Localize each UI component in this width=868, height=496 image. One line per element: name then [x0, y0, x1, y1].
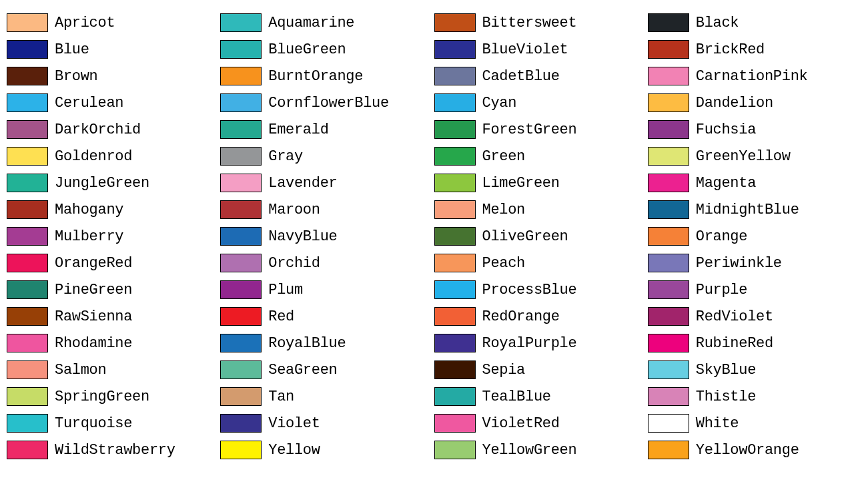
color-item: Cyan	[434, 93, 648, 112]
color-swatch	[648, 120, 689, 139]
color-item: Maroon	[220, 200, 434, 219]
color-item: OliveGreen	[434, 227, 648, 246]
color-swatch	[434, 147, 476, 166]
color-swatch	[434, 200, 476, 219]
color-label: SpringGreen	[55, 389, 149, 405]
color-swatch	[648, 387, 689, 406]
color-label: RubineRed	[696, 335, 773, 352]
color-item: RedViolet	[648, 307, 861, 326]
color-swatch	[7, 254, 48, 272]
color-swatch	[7, 200, 48, 219]
color-item: BurntOrange	[220, 67, 434, 85]
color-swatch	[7, 441, 48, 459]
color-label: RoyalBlue	[268, 335, 346, 352]
color-label: NavyBlue	[268, 228, 337, 245]
color-label: Black	[696, 15, 739, 31]
color-swatch	[434, 441, 476, 459]
color-label: BrickRed	[696, 41, 765, 58]
color-swatch	[434, 360, 476, 379]
color-label: Melon	[482, 202, 526, 218]
color-label: ForestGreen	[482, 121, 577, 138]
color-item: JungleGreen	[7, 174, 220, 192]
color-label: YellowOrange	[696, 442, 799, 459]
color-swatch	[220, 13, 262, 32]
color-item: Fuchsia	[648, 120, 861, 139]
color-label: SeaGreen	[268, 362, 337, 379]
color-label: OrangeRed	[55, 255, 132, 272]
color-item: Bittersweet	[434, 13, 648, 32]
color-swatch	[7, 120, 48, 139]
color-item: Yellow	[220, 441, 434, 459]
color-item: DarkOrchid	[7, 120, 220, 139]
color-label: RawSienna	[55, 308, 132, 325]
color-item: Black	[648, 13, 861, 32]
color-item: Plum	[220, 280, 434, 299]
color-label: RedViolet	[696, 308, 773, 325]
color-item: PineGreen	[7, 280, 220, 299]
color-label: Dandelion	[696, 95, 773, 111]
color-item: Orange	[648, 227, 861, 246]
color-label: GreenYellow	[696, 148, 791, 165]
color-label: Emerald	[268, 121, 328, 138]
color-swatch	[648, 414, 689, 433]
color-label: Green	[482, 148, 526, 165]
color-swatch	[434, 67, 476, 85]
color-item: Apricot	[7, 13, 220, 32]
color-swatch	[220, 441, 262, 459]
color-swatch	[220, 174, 262, 192]
color-label: RoyalPurple	[482, 335, 577, 352]
color-item: BlueGreen	[220, 40, 434, 59]
color-swatch	[648, 334, 689, 352]
color-label: MidnightBlue	[696, 202, 799, 218]
color-item: Purple	[648, 280, 861, 299]
color-label: Orange	[696, 228, 747, 245]
color-label: CarnationPink	[696, 68, 808, 85]
color-label: Aquamarine	[268, 15, 354, 31]
color-item: Turquoise	[7, 414, 220, 433]
color-label: Salmon	[55, 362, 106, 379]
color-label: CadetBlue	[482, 68, 560, 85]
color-swatch	[7, 414, 48, 433]
color-item: Magenta	[648, 174, 861, 192]
color-label: TealBlue	[482, 389, 551, 405]
color-item: Sepia	[434, 360, 648, 379]
color-swatch	[7, 227, 48, 246]
color-item: LimeGreen	[434, 174, 648, 192]
color-label: OliveGreen	[482, 228, 568, 245]
color-label: Thistle	[696, 389, 756, 405]
color-item: Dandelion	[648, 93, 861, 112]
color-label: BlueGreen	[268, 41, 346, 58]
color-label: Cyan	[482, 95, 517, 111]
color-swatch	[434, 387, 476, 406]
color-label: Brown	[55, 68, 98, 85]
color-swatch	[220, 307, 262, 326]
color-swatch-grid: ApricotBlueBrownCeruleanDarkOrchidGolden…	[7, 13, 861, 459]
color-swatch	[7, 40, 48, 59]
color-item: Mahogany	[7, 200, 220, 219]
color-item: SkyBlue	[648, 360, 861, 379]
color-swatch	[220, 227, 262, 246]
color-item: RoyalBlue	[220, 334, 434, 352]
color-swatch	[220, 93, 262, 112]
color-label: Rhodamine	[55, 335, 132, 352]
color-swatch	[7, 13, 48, 32]
color-label: Apricot	[55, 15, 115, 31]
color-swatch	[7, 360, 48, 379]
color-item: CornflowerBlue	[220, 93, 434, 112]
color-label: Mulberry	[55, 228, 123, 245]
color-swatch	[7, 280, 48, 299]
color-label: CornflowerBlue	[268, 95, 389, 111]
color-swatch	[648, 200, 689, 219]
color-swatch	[220, 40, 262, 59]
color-swatch	[7, 387, 48, 406]
color-swatch	[7, 334, 48, 352]
color-item: Violet	[220, 414, 434, 433]
color-label: Goldenrod	[55, 148, 132, 165]
color-label: YellowGreen	[482, 442, 577, 459]
color-swatch	[220, 334, 262, 352]
color-item: CarnationPink	[648, 67, 861, 85]
color-swatch	[220, 387, 262, 406]
color-swatch	[434, 227, 476, 246]
color-item: Mulberry	[7, 227, 220, 246]
color-swatch	[434, 13, 476, 32]
